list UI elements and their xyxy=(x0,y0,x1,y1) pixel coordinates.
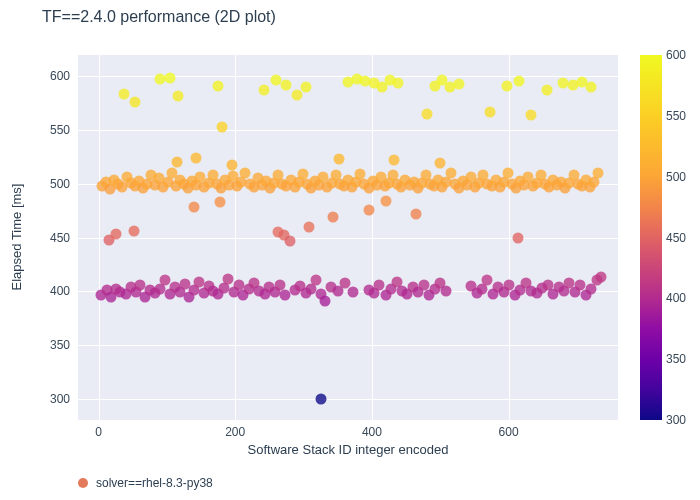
data-point xyxy=(502,168,513,179)
data-point xyxy=(575,279,586,290)
data-point xyxy=(300,82,311,93)
data-point xyxy=(440,286,451,297)
data-point xyxy=(280,290,291,301)
data-point xyxy=(435,158,446,169)
y-tick-label: 600 xyxy=(50,69,70,83)
data-point xyxy=(389,155,400,166)
data-point xyxy=(411,208,422,219)
data-point xyxy=(513,75,524,86)
data-point xyxy=(190,153,201,164)
data-point xyxy=(226,159,237,170)
data-point xyxy=(421,109,432,120)
legend-label: solver==rhel-8.3-py38 xyxy=(96,476,213,490)
y-tick-label: 350 xyxy=(50,338,70,352)
data-point xyxy=(119,88,130,99)
data-point xyxy=(541,85,552,96)
colorbar-tick-label: 400 xyxy=(666,291,686,305)
data-point xyxy=(418,279,429,290)
colorbar-tick-label: 500 xyxy=(666,170,686,184)
y-tick-label: 450 xyxy=(50,231,70,245)
data-point xyxy=(172,157,183,168)
data-point xyxy=(172,90,183,101)
y-tick-label: 300 xyxy=(50,392,70,406)
data-point xyxy=(502,81,513,92)
data-point xyxy=(504,279,515,290)
colorbar-tick-label: 300 xyxy=(666,413,686,427)
data-point xyxy=(213,81,224,92)
chart-title: TF==2.4.0 performance (2D plot) xyxy=(42,8,276,26)
y-gridline xyxy=(78,130,618,131)
data-point xyxy=(274,279,285,290)
colorbar xyxy=(640,55,662,420)
data-point xyxy=(513,232,524,243)
data-point xyxy=(310,275,321,286)
data-point xyxy=(339,277,350,288)
y-gridline xyxy=(78,399,618,400)
x-tick-label: 400 xyxy=(362,425,382,439)
data-point xyxy=(216,121,227,132)
data-point xyxy=(165,72,176,83)
colorbar-tick-label: 350 xyxy=(666,352,686,366)
data-point xyxy=(320,295,331,306)
data-point xyxy=(281,80,292,91)
colorbar-tick-label: 550 xyxy=(666,109,686,123)
legend-swatch xyxy=(78,478,88,488)
plot-area: 0200400600300350400450500550600 xyxy=(78,55,618,420)
y-tick-label: 400 xyxy=(50,284,70,298)
data-point xyxy=(284,235,295,246)
data-point xyxy=(525,110,536,121)
data-point xyxy=(392,77,403,88)
data-point xyxy=(363,204,374,215)
data-point xyxy=(586,82,597,93)
data-point xyxy=(240,168,251,179)
x-tick-label: 600 xyxy=(499,425,519,439)
y-axis-label: Elapsed Time [ms] xyxy=(9,184,24,291)
x-axis-label: Software Stack ID integer encoded xyxy=(78,442,618,457)
data-point xyxy=(380,196,391,207)
data-point xyxy=(482,275,493,286)
x-tick-label: 0 xyxy=(95,425,102,439)
y-gridline xyxy=(78,238,618,239)
data-point xyxy=(304,221,315,232)
data-point xyxy=(374,279,385,290)
colorbar-tick-label: 450 xyxy=(666,231,686,245)
data-point xyxy=(334,154,345,165)
colorbar-tick-label: 600 xyxy=(666,48,686,62)
data-point xyxy=(595,272,606,283)
data-point xyxy=(189,202,200,213)
data-point xyxy=(215,197,226,208)
data-point xyxy=(130,97,141,108)
y-tick-label: 500 xyxy=(50,177,70,191)
data-point xyxy=(327,212,338,223)
data-point xyxy=(445,168,456,179)
data-point xyxy=(485,106,496,117)
legend: solver==rhel-8.3-py38 xyxy=(78,476,213,490)
x-tick-label: 200 xyxy=(225,425,245,439)
data-point xyxy=(129,226,140,237)
data-point xyxy=(593,168,604,179)
chart-container: TF==2.4.0 performance (2D plot) 02004006… xyxy=(0,0,700,500)
data-point xyxy=(110,229,121,240)
data-point xyxy=(316,393,327,404)
data-point xyxy=(347,287,358,298)
y-gridline xyxy=(78,345,618,346)
data-point xyxy=(155,73,166,84)
data-point xyxy=(454,78,465,89)
y-tick-label: 550 xyxy=(50,123,70,137)
data-point xyxy=(258,85,269,96)
